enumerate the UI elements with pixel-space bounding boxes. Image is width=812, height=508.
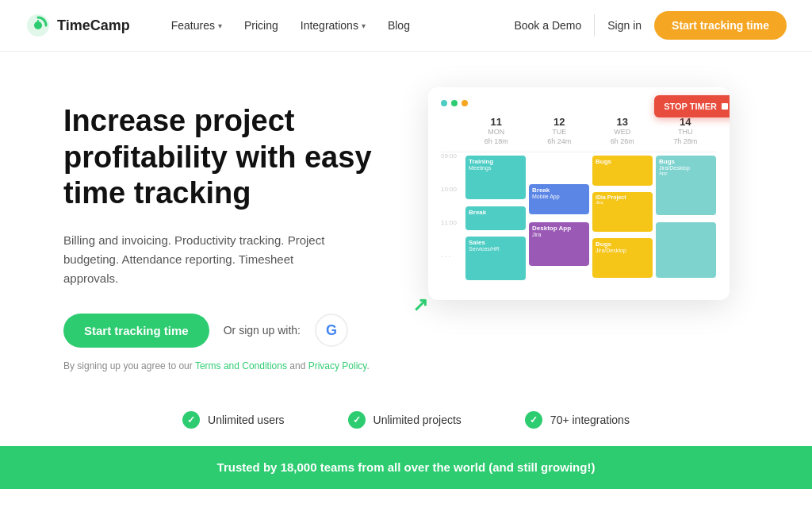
logo-icon	[25, 13, 51, 38]
dot-yellow	[462, 100, 468, 106]
check-icon-users: ✓	[182, 411, 200, 429]
feature-integrations: ✓ 70+ integrations	[525, 411, 630, 429]
nav-right: Book a Demo Sign in Start tracking time	[514, 11, 787, 40]
google-signup-button[interactable]: G	[315, 314, 348, 347]
cal-col-tue: 12 TUE 6h 24m	[528, 116, 592, 145]
navbar: TimeCamp Features ▾ Pricing Integrations…	[0, 0, 812, 52]
privacy-link[interactable]: Privacy Policy	[308, 360, 367, 371]
features-chevron-icon: ▾	[218, 21, 222, 30]
dot-green	[451, 100, 458, 106]
dot-teal	[441, 100, 447, 106]
arrow-decoration: ↗	[412, 294, 428, 316]
hero-title: Increase project profitability with easy…	[63, 103, 404, 212]
features-strip: ✓ Unlimited users ✓ Unlimited projects ✓…	[0, 395, 812, 446]
event-idia-project: iDia Project Jira	[592, 192, 653, 232]
terms-text: By signing up you agree to our Terms and…	[63, 360, 404, 371]
cal-time-col: 09:00 10:00 11:00 - - -	[441, 152, 465, 287]
feature-label-integrations: 70+ integrations	[550, 414, 630, 426]
cal-events-grid: Training Meetings Break Sales Services/H…	[465, 152, 717, 287]
stop-timer-button[interactable]: STOP TIMER	[654, 95, 730, 117]
feature-label-users: Unlimited users	[208, 414, 284, 426]
nav-integrations[interactable]: Integrations ▾	[291, 14, 375, 37]
event-bugs-wed: Bugs	[592, 156, 653, 186]
calendar-preview: 11 MON 6h 18m 12 TUE 6h 24m 13 WED 6h 26…	[428, 87, 730, 300]
cal-col-thu: 14 THU 7h 28m	[654, 116, 718, 145]
hero-right: 11 MON 6h 18m 12 TUE 6h 24m 13 WED 6h 26…	[428, 87, 749, 300]
hero-subtitle: Billing and invoicing. Productivity trac…	[63, 231, 349, 288]
nav-divider	[594, 14, 595, 37]
event-break-tue: Break Mobile App	[529, 184, 589, 214]
nav-pricing[interactable]: Pricing	[235, 14, 288, 37]
logo-text: TimeCamp	[57, 17, 130, 34]
cal-events-thu: Bugs Jira/Desktop App	[655, 152, 717, 287]
nav-blog[interactable]: Blog	[378, 14, 419, 37]
feature-label-projects: Unlimited projects	[373, 414, 462, 426]
cal-col-mon: 11 MON 6h 18m	[465, 116, 528, 145]
sign-in-button[interactable]: Sign in	[607, 19, 642, 32]
hero-left: Increase project profitability with easy…	[63, 95, 404, 371]
feature-unlimited-users: ✓ Unlimited users	[182, 411, 284, 429]
book-demo-link[interactable]: Book a Demo	[514, 19, 581, 32]
feature-unlimited-projects: ✓ Unlimited projects	[348, 411, 462, 429]
nav-features[interactable]: Features ▾	[162, 14, 232, 37]
event-sales: Sales Services/HR	[465, 237, 526, 280]
logo[interactable]: TimeCamp	[25, 13, 130, 38]
stop-icon	[722, 103, 728, 110]
hero-start-tracking-button[interactable]: Start tracking time	[63, 314, 209, 348]
integrations-chevron-icon: ▾	[362, 21, 366, 30]
nav-links: Features ▾ Pricing Integrations ▾ Blog	[162, 14, 515, 37]
calendar-body: 09:00 10:00 11:00 - - - Training Meeting…	[441, 152, 717, 287]
check-icon-projects: ✓	[348, 411, 366, 429]
event-desktop-app: Desktop App Jira	[529, 222, 589, 266]
event-thu2	[656, 222, 716, 278]
stop-timer-label: STOP TIMER	[664, 102, 717, 111]
event-break-mon: Break	[465, 206, 526, 230]
check-icon-integrations: ✓	[525, 411, 542, 429]
hero-section: Increase project profitability with easy…	[0, 52, 812, 395]
trusted-text: Trusted by 18,000 teams from all over th…	[217, 460, 596, 474]
cal-col-wed: 13 WED 6h 26m	[591, 116, 654, 145]
calendar-header: 11 MON 6h 18m 12 TUE 6h 24m 13 WED 6h 26…	[441, 116, 717, 152]
signup-text: Or sign up with:	[224, 324, 301, 337]
cal-events-tue: Break Mobile App Desktop App Jira	[528, 152, 590, 287]
hero-actions: Start tracking time Or sign up with: G	[63, 314, 404, 348]
trusted-banner: Trusted by 18,000 teams from all over th…	[0, 446, 812, 489]
nav-start-tracking-button[interactable]: Start tracking time	[654, 11, 787, 40]
terms-link[interactable]: Terms and Conditions	[195, 360, 287, 371]
event-bugs-wed2: Bugs Jira/Desktop	[592, 238, 653, 278]
cal-events-mon: Training Meetings Break Sales Services/H…	[465, 152, 527, 287]
event-bugs-thu: Bugs Jira/Desktop App	[656, 156, 716, 215]
cal-events-wed: Bugs iDia Project Jira Bugs Jira/Desktop	[592, 152, 653, 287]
event-training: Training Meetings	[465, 156, 526, 199]
